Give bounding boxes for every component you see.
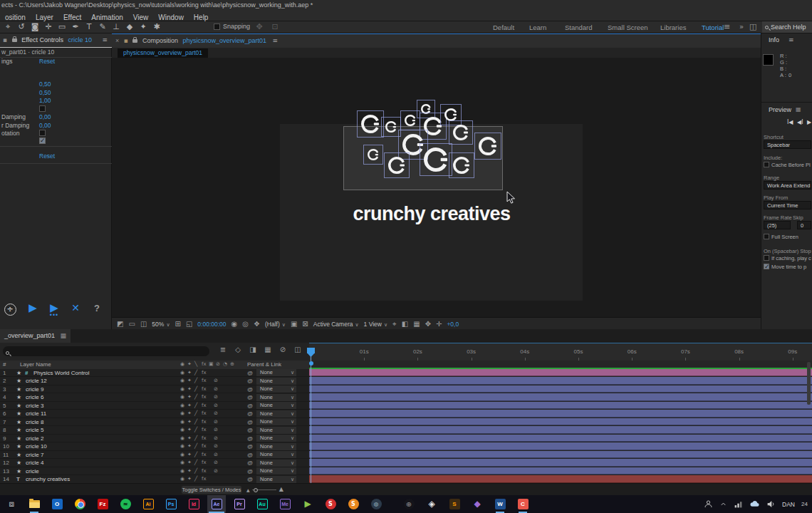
layer-row[interactable]: 5★cricle 3◉✦╱fx⊘@None∨ xyxy=(0,402,309,410)
layer-switch-icon[interactable]: ✦ xyxy=(187,419,192,425)
layer-switch-icon[interactable]: fx xyxy=(202,386,207,392)
frame-blending-icon[interactable]: ▦ xyxy=(262,346,274,353)
info-panel-title[interactable]: Info xyxy=(769,36,779,43)
layer-duration-bar[interactable] xyxy=(309,435,812,442)
rotation-tool[interactable]: ↺ xyxy=(15,21,28,33)
after-effects[interactable]: Ae xyxy=(207,495,226,513)
onedrive-cloud-icon[interactable] xyxy=(749,499,760,509)
layer-duration-bar[interactable] xyxy=(309,410,812,418)
timeline-tab[interactable]: _overview_part01 ▦ xyxy=(0,329,71,343)
workspace-menu-icon[interactable]: ≡ xyxy=(724,21,730,33)
layer-switch-icon[interactable]: ◉ xyxy=(180,435,184,441)
motion-blur-switch-icon[interactable]: ⊘ xyxy=(214,378,218,383)
indesign[interactable]: Id xyxy=(188,495,199,513)
parent-select[interactable]: None∨ xyxy=(256,443,296,450)
eraser-tool[interactable]: ◆ xyxy=(123,21,136,33)
timeline-search-input[interactable] xyxy=(3,346,209,356)
circle-layer-selection[interactable] xyxy=(475,133,501,159)
reset-link[interactable]: Reset xyxy=(39,152,55,160)
layer-switch-icon[interactable]: ◉ xyxy=(180,403,184,408)
zoom-slider-knob[interactable] xyxy=(254,488,258,492)
reset-link[interactable]: Reset xyxy=(39,58,55,65)
unity[interactable]: ◈ xyxy=(426,495,437,513)
layer-row[interactable]: 6★cricle 11◉✦╱fx⊘@None∨ xyxy=(0,410,309,418)
app-red-c[interactable]: C xyxy=(517,495,529,513)
layer-name[interactable]: cricle 7 xyxy=(26,452,43,458)
layer-switch-icon[interactable]: ╱ xyxy=(194,476,197,482)
pickwhip-icon[interactable]: @ xyxy=(247,394,253,400)
layer-duration-bar[interactable] xyxy=(309,402,812,410)
layer-row[interactable]: 7★cricle 8◉✦╱fx⊘@None∨ xyxy=(0,418,309,427)
task-view[interactable]: ⧈ xyxy=(6,495,17,513)
file-explorer[interactable] xyxy=(28,495,40,513)
pickwhip-icon[interactable]: @ xyxy=(247,378,253,384)
parent-select[interactable]: None∨ xyxy=(256,378,296,385)
shortcut-select[interactable]: Spacebar xyxy=(764,140,811,149)
sublime[interactable]: S xyxy=(449,495,460,513)
speaker-icon[interactable] xyxy=(766,499,776,509)
parent-select[interactable]: None∨ xyxy=(256,451,296,458)
layer-row[interactable]: 12★cricle 4◉✦╱fx⊘@None∨ xyxy=(0,459,309,467)
layer-switch-icon[interactable]: ╱ xyxy=(194,452,197,457)
layer-name[interactable]: cricle 4 xyxy=(26,460,43,466)
pickwhip-icon[interactable]: @ xyxy=(247,370,253,376)
layer-switch-icon[interactable]: ╱ xyxy=(194,386,197,392)
layer-switch-icon[interactable]: ✦ xyxy=(187,386,192,392)
layer-switch-icon[interactable]: fx xyxy=(202,468,207,474)
layer-duration-bar[interactable] xyxy=(309,475,812,483)
layer-row[interactable]: 14Tcrunchy creatives◉✦╱fx@None∨ xyxy=(0,475,309,484)
layer-switch-icon[interactable]: ✦ xyxy=(187,427,192,432)
word[interactable]: W xyxy=(494,495,506,513)
motion-blur-switch-icon[interactable]: ⊘ xyxy=(214,427,218,432)
layer-switch-icon[interactable]: ✦ xyxy=(187,468,192,474)
motion-blur-switch-icon[interactable]: ⊘ xyxy=(214,460,218,465)
layer-switch-icon[interactable]: ╱ xyxy=(194,435,197,441)
layer-switch-icon[interactable]: ◉ xyxy=(180,443,184,449)
mirror-views-icon[interactable]: ◫ xyxy=(140,320,147,328)
magnification-select[interactable]: 50%∨ xyxy=(152,321,170,328)
brush-tool[interactable]: ✎ xyxy=(96,21,109,33)
workspace-libraries[interactable]: Libraries xyxy=(660,21,686,33)
lock-icon[interactable] xyxy=(12,38,17,42)
layer-switch-icon[interactable]: fx xyxy=(202,460,207,465)
timeline-tracks[interactable] xyxy=(309,361,812,483)
layer-name[interactable]: cricle 8 xyxy=(26,419,43,425)
layer-switch-icon[interactable]: ╱ xyxy=(194,460,197,465)
channels-icon[interactable]: ❖ xyxy=(254,320,260,328)
layer-switch-icon[interactable]: ✦ xyxy=(187,370,192,375)
network-icon[interactable] xyxy=(734,499,743,509)
visual-studio[interactable]: ◆ xyxy=(472,495,483,513)
layer-duration-bar[interactable] xyxy=(309,393,812,401)
current-time[interactable]: 0:00:00:00 xyxy=(197,321,226,328)
layer-switch-icon[interactable]: ◉ xyxy=(180,410,184,416)
people-icon[interactable] xyxy=(704,499,713,509)
graph-editor-icon[interactable]: ◫ xyxy=(292,346,303,353)
viewer-tab[interactable]: physicsnow_overview_part01 xyxy=(118,48,208,58)
layer-name[interactable]: cricle 10 xyxy=(26,443,47,450)
layer-switch-icon[interactable]: ╱ xyxy=(194,403,197,408)
filezilla[interactable]: Fz xyxy=(97,495,108,513)
layer-switch-icon[interactable]: ╱ xyxy=(194,370,197,375)
effect-checkbox[interactable] xyxy=(39,105,46,112)
resolution-select[interactable]: (Half)∨ xyxy=(265,321,286,328)
layer-switch-icon[interactable]: ╱ xyxy=(194,468,197,474)
effect-controls-tab[interactable]: ▪ Effect Controls cricle 10 ≡ xyxy=(0,33,112,47)
motion-blur-switch-icon[interactable]: ⊘ xyxy=(214,435,218,441)
show-snapshot-icon[interactable]: ◎ xyxy=(242,320,249,328)
pickwhip-icon[interactable]: @ xyxy=(247,468,253,475)
layer-switch-icon[interactable]: ✦ xyxy=(187,452,192,457)
pickwhip-icon[interactable]: @ xyxy=(247,460,253,466)
layer-row[interactable]: 3★cricle 9◉✦╱fx⊘@None∨ xyxy=(0,385,309,394)
layer-name[interactable]: cricle 5 xyxy=(26,427,43,433)
layer-duration-bar[interactable] xyxy=(309,418,812,426)
type-tool[interactable]: T xyxy=(83,21,95,33)
full-screen-checkbox[interactable] xyxy=(764,234,769,239)
roto-brush-tool[interactable]: ✦ xyxy=(137,21,150,33)
circle-layer-selection[interactable] xyxy=(364,145,382,164)
layer-switch-icon[interactable]: ✦ xyxy=(187,476,192,482)
motion-blur-switch-icon[interactable]: ⊘ xyxy=(214,394,218,400)
layer-switch-icon[interactable]: fx xyxy=(202,435,207,441)
parent-link-column-header[interactable]: Parent & Link xyxy=(247,361,281,368)
layer-duration-bar[interactable] xyxy=(309,467,812,475)
layer-switch-icon[interactable]: ◉ xyxy=(180,468,184,474)
